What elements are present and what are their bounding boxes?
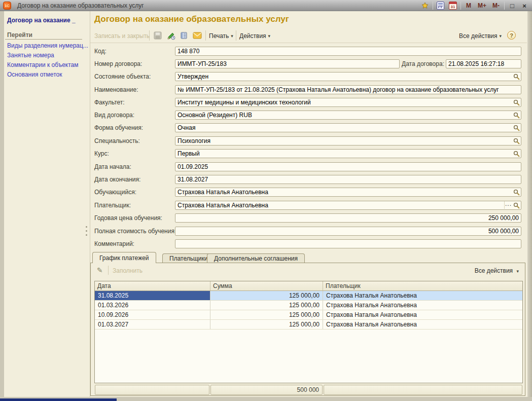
save-icon[interactable] — [152, 30, 164, 41]
all-actions-menu-button[interactable]: Все действия ▾ — [459, 31, 502, 41]
column-header-date[interactable]: Дата — [95, 281, 210, 290]
tab-additional-agreements[interactable]: Дополнительные соглашения — [207, 253, 305, 263]
lookup-magnifier-icon[interactable] — [513, 137, 520, 144]
study-form-field[interactable]: Очная — [175, 123, 521, 132]
cell-amount[interactable]: 125 000,00 — [210, 320, 323, 329]
cell-date[interactable]: 01.03.2027 — [95, 320, 210, 329]
column-header-amount[interactable]: Сумма — [210, 281, 323, 290]
start-date-field[interactable]: 01.09.2025 — [175, 162, 521, 171]
field-label: Форма обучения: — [94, 123, 143, 132]
payment-schedule-panel: ✎ Заполнить Все действия ▾ Дата Сумма Пл… — [90, 263, 525, 396]
print-menu-button[interactable]: Печать ▾ — [209, 31, 233, 41]
field-label: Номер договора: — [94, 59, 142, 68]
chevron-down-icon: ▾ — [231, 33, 233, 39]
object-state-field[interactable]: Утвержден — [175, 72, 521, 81]
lookup-magnifier-icon[interactable] — [513, 73, 520, 80]
lookup-magnifier-icon[interactable] — [513, 112, 520, 119]
field-label: Полная стоимость обучения: — [94, 227, 176, 236]
toolbar-separator — [108, 266, 109, 275]
choose-dots-button[interactable]: ... — [504, 201, 512, 209]
cell-amount[interactable]: 125 000,00 — [210, 310, 323, 319]
sidebar-item-mark-reasons[interactable]: Основания отметок — [7, 71, 62, 78]
cell-payer[interactable]: Страхова Наталья Анатольевна — [323, 301, 522, 310]
faculty-field[interactable]: Институт медицины и медицинских технолог… — [175, 98, 521, 107]
table-row[interactable]: 31.08.2025 125 000,00 Страхова Наталья А… — [95, 291, 522, 301]
cell-amount[interactable]: 125 000,00 — [210, 291, 323, 300]
specialty-field[interactable]: Психология — [175, 136, 521, 145]
toolbar-separator — [236, 30, 236, 41]
footer-total-amount: 500 000 — [210, 385, 323, 395]
post-document-pencil-icon[interactable] — [165, 30, 177, 41]
window-right-border — [527, 11, 532, 401]
payments-toolbar: ✎ Заполнить Все действия ▾ — [95, 266, 521, 277]
memory-m-plus-button[interactable]: M+ — [476, 1, 488, 10]
journal-icon[interactable] — [178, 30, 190, 41]
titlebar-buttons: 31 M M+ M- □ × — [420, 0, 529, 11]
page-title: Договор на оказание образовательных услу… — [94, 14, 289, 24]
comment-field[interactable] — [175, 239, 521, 248]
code-field[interactable]: 148 870 — [175, 47, 521, 56]
field-label: Код: — [94, 47, 107, 56]
field-value: 148 870 — [178, 48, 199, 55]
cell-date[interactable]: 10.09.2026 — [95, 310, 210, 319]
tab-payment-schedule[interactable]: График платежей — [92, 252, 156, 263]
cell-date[interactable]: 31.08.2025 — [95, 291, 210, 300]
mail-envelope-icon[interactable] — [191, 30, 203, 41]
all-actions-label: Все действия — [459, 32, 497, 40]
field-value: 01.09.2025 — [178, 163, 208, 170]
field-label: Состояние объекта: — [94, 72, 151, 81]
save-and-close-button[interactable]: Записать и закрыть — [94, 31, 150, 41]
lookup-magnifier-icon[interactable] — [513, 202, 520, 209]
favorites-star-icon[interactable] — [420, 1, 430, 10]
sidebar-item-object-comments[interactable]: Комментарии к объектам — [7, 61, 79, 68]
calendar-icon[interactable]: 31 — [448, 1, 457, 10]
memory-m-button[interactable]: M — [464, 1, 473, 10]
sidebar-item-occupied-numbers[interactable]: Занятые номера — [7, 52, 54, 59]
cell-date[interactable]: 01.03.2026 — [95, 301, 210, 310]
table-row[interactable]: 10.09.2026 125 000,00 Страхова Наталья А… — [95, 310, 522, 320]
contract-type-field[interactable]: Основной (Резидент) RUB — [175, 111, 521, 120]
lookup-magnifier-icon[interactable] — [513, 124, 520, 131]
splitter-grip-dot — [86, 234, 87, 236]
course-field[interactable]: Первый — [175, 149, 521, 158]
lookup-magnifier-icon[interactable] — [513, 99, 520, 106]
contract-date-field[interactable]: 21.08.2025 16:27:18 — [446, 59, 521, 68]
field-label: Обучающийся: — [94, 188, 136, 197]
calculator-icon[interactable] — [436, 1, 445, 10]
fill-button[interactable]: Заполнить — [113, 267, 143, 274]
cell-payer[interactable]: Страхова Наталья Анатольевна — [323, 320, 522, 329]
field-label: Вид договора: — [94, 111, 134, 120]
table-row[interactable]: 01.03.2026 125 000,00 Страхова Наталья А… — [95, 301, 522, 310]
student-field[interactable]: Страхова Наталья Анатольевна — [175, 188, 521, 197]
lookup-magnifier-icon[interactable] — [513, 150, 520, 157]
payer-field[interactable]: Страхова Наталья Анатольевна ... — [175, 201, 521, 210]
footer-cell-payer — [324, 385, 522, 395]
calendar-day: 31 — [449, 5, 456, 9]
sidebar-item-numbering-kinds[interactable]: Виды разделения нумерац... — [7, 42, 88, 49]
field-label: Курс: — [94, 149, 109, 158]
field-label: Дата начала: — [94, 162, 131, 171]
field-value: Очная — [178, 124, 195, 131]
full-price-field[interactable]: 500 000,00 — [175, 227, 521, 236]
splitter-grip-dot — [86, 226, 87, 228]
all-actions-menu-button[interactable]: Все действия ▾ — [475, 267, 519, 274]
help-button[interactable]: ? — [507, 31, 516, 40]
actions-menu-button[interactable]: Действия ▾ — [239, 31, 270, 41]
contract-date-label: Дата договора: — [402, 59, 444, 68]
cell-payer[interactable]: Страхова Наталья Анатольевна — [323, 291, 522, 300]
contract-number-field[interactable]: ИММТ-УП-25/183 — [175, 59, 400, 68]
close-button[interactable]: × — [520, 1, 529, 10]
end-date-field[interactable]: 31.08.2027 — [175, 175, 521, 184]
background-window-strip — [0, 398, 117, 401]
name-field[interactable]: № ИММТ-УП-25/183 от 21.08.2025 (Страхова… — [175, 85, 521, 94]
yearly-price-field[interactable]: 250 000,00 — [175, 213, 521, 223]
cell-amount[interactable]: 125 000,00 — [210, 301, 323, 310]
table-row[interactable]: 01.03.2027 125 000,00 Страхова Наталья А… — [95, 320, 522, 330]
lookup-magnifier-icon[interactable] — [513, 189, 520, 196]
memory-m-minus-button[interactable]: M- — [491, 1, 501, 10]
maximize-button[interactable]: □ — [508, 1, 517, 10]
cell-payer[interactable]: Страхова Наталья Анатольевна — [323, 310, 522, 319]
column-header-payer[interactable]: Плательщик — [323, 281, 522, 290]
edit-pencil-icon[interactable]: ✎ — [97, 266, 103, 274]
tab-label: Дополнительные соглашения — [214, 255, 298, 262]
